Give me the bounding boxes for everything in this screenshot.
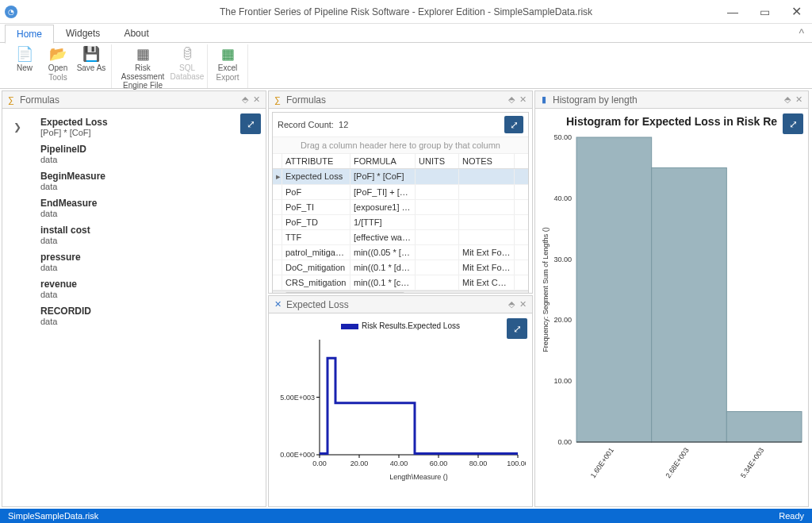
tree-item-revenue[interactable]: revenuedata [40, 279, 259, 299]
table-row[interactable]: DoC_mitigationmin((0.1 * [depth...Mit Ex… [273, 260, 528, 275]
grid-header-attribute[interactable]: ATTRIBUTE [282, 154, 350, 168]
formula-icon: ∑ [272, 94, 283, 106]
svg-text:5.00E+003: 5.00E+003 [280, 394, 315, 402]
minimize-button[interactable]: — [717, 0, 749, 24]
chart-expand-button[interactable]: ⤢ [507, 318, 527, 339]
line-chart: 0.00E+0005.00E+0030.0020.0040.0060.0080.… [272, 332, 526, 483]
svg-text:30.00: 30.00 [553, 256, 572, 263]
tab-widgets[interactable]: Widgets [54, 24, 112, 43]
svg-text:20.00: 20.00 [553, 316, 572, 324]
ribbon-excel-button[interactable]: ▦Excel [211, 44, 244, 73]
grid-header-row: ATTRIBUTE FORMULA UNITS NOTES [273, 154, 528, 169]
panel-pin-icon[interactable]: ⬘ [239, 94, 251, 105]
svg-text:Length\Measure (): Length\Measure () [389, 473, 448, 481]
svg-text:10.00: 10.00 [553, 377, 572, 385]
ribbon-save-as-button[interactable]: 💾Save As [75, 44, 108, 73]
statusbar-status: Ready [779, 511, 804, 521]
svg-rect-26 [576, 137, 652, 442]
table-row[interactable]: patrol_mitigationmin((0.05 * [patro...Mi… [273, 245, 528, 260]
grid-expand-button[interactable]: ⤢ [504, 116, 523, 133]
panel-pin-icon[interactable]: ⬘ [506, 299, 517, 310]
scroll-left-arrow[interactable]: ◄ [273, 291, 284, 293]
tab-about[interactable]: About [112, 24, 160, 43]
ribbon-risk-file-button[interactable]: ▦Risk Assessment Engine File [115, 44, 170, 90]
app-icon: ◔ [5, 6, 17, 18]
grid-icon: ▦ [134, 45, 151, 63]
ribbon-sql-button: 🛢SQL Database [170, 44, 204, 90]
expand-button[interactable]: ⤢ [240, 113, 261, 134]
panel-close-icon[interactable]: ✕ [517, 94, 529, 105]
grid-header-formula[interactable]: FORMULA [350, 154, 416, 168]
panel-header-histogram: ▮ Histogram by length ⬘ ✕ [535, 91, 808, 109]
ribbon-collapse-icon[interactable]: ^ [799, 27, 804, 40]
maximize-button[interactable]: ▭ [749, 0, 780, 24]
tab-home[interactable]: Home [5, 25, 54, 44]
menu-tabs: Home Widgets About ^ [0, 24, 812, 43]
tree-item-recordid[interactable]: RECORDIDdata [40, 306, 259, 326]
tree-view: Expected Loss[PoF] * [CoF] PipelineIDdat… [6, 112, 262, 337]
svg-text:20.00: 20.00 [350, 460, 369, 467]
panel-header-formulas-left: ∑ Formulas ⬘ ✕ [2, 91, 266, 109]
histogram-chart: 0.0010.0020.0030.0040.0050.00Frequency: … [538, 133, 805, 490]
svg-text:5.34E+003: 5.34E+003 [739, 446, 765, 479]
titlebar: ◔ The Frontier Series of Pipeline Risk S… [0, 0, 812, 24]
ribbon-new-button[interactable]: 📄New [8, 44, 41, 73]
svg-text:50.00: 50.00 [553, 133, 572, 141]
close-button[interactable]: ✕ [780, 0, 812, 24]
tree-item-install-cost[interactable]: install costdata [40, 225, 259, 245]
save-icon: 💾 [82, 45, 100, 63]
svg-text:40.00: 40.00 [553, 194, 572, 202]
svg-text:0.00: 0.00 [312, 460, 327, 467]
svg-text:0.00E+000: 0.00E+000 [280, 451, 315, 459]
panel-pin-icon[interactable]: ⬘ [782, 94, 793, 105]
svg-text:80.00: 80.00 [469, 460, 488, 467]
panel-header-expected-loss: ✕ Expected Loss ⬘ ✕ [269, 296, 532, 313]
statusbar-file: SimpleSampleData.risk [8, 511, 98, 521]
grid-header-notes[interactable]: NOTES [459, 154, 515, 168]
ribbon-open-button[interactable]: 📂Open [41, 44, 75, 73]
grid-group-drop-area[interactable]: Drag a column header here to group by th… [273, 137, 528, 154]
table-row[interactable]: CRS_mitigationmin((0.1 * [coatin...Mit E… [273, 275, 528, 290]
grid-header-units[interactable]: UNITS [416, 154, 459, 168]
tree-collapse-icon[interactable]: ❯ [13, 121, 21, 133]
excel-icon: ▦ [219, 45, 236, 63]
ribbon: 📄New 📂Open 💾Save As Tools ▦Risk Assessme… [0, 43, 812, 89]
statusbar: SimpleSampleData.risk Ready [0, 509, 812, 523]
formula-icon: ∑ [6, 94, 17, 106]
svg-text:40.00: 40.00 [390, 460, 408, 467]
grid-horizontal-scrollbar[interactable]: ◄ ► [273, 290, 528, 293]
panel-close-icon[interactable]: ✕ [793, 94, 805, 105]
table-row[interactable]: PoF[PoF_TI] + [PoF_T... [273, 185, 528, 200]
table-row[interactable]: TTF[effective wall thi... [273, 230, 528, 245]
svg-text:Frequency: Segment Sum of Leng: Frequency: Segment Sum of Lengths () [542, 227, 550, 352]
ribbon-group-export-label: Export [216, 73, 239, 82]
open-folder-icon: 📂 [49, 45, 67, 63]
tree-item-pressure[interactable]: pressuredata [40, 252, 259, 272]
tree-item-beginmeasure[interactable]: BeginMeasuredata [40, 171, 259, 191]
svg-text:100.00: 100.00 [507, 460, 526, 467]
table-row[interactable]: PoF_TI[exposure1] * (1-[... [273, 200, 528, 215]
ribbon-group-tools-label: Tools [48, 73, 67, 82]
tree-item-pipelineid[interactable]: PipelineIDdata [40, 144, 259, 164]
scroll-thumb[interactable] [285, 292, 404, 293]
tree-item-endmeasure[interactable]: EndMeasuredata [40, 198, 259, 218]
svg-rect-28 [726, 412, 802, 442]
histogram-icon: ▮ [538, 94, 550, 106]
panel-close-icon[interactable]: ✕ [517, 299, 529, 310]
scroll-right-arrow[interactable]: ► [517, 291, 528, 293]
table-row[interactable]: PoF_TD1/[TTF] [273, 215, 528, 230]
panel-close-icon[interactable]: ✕ [251, 94, 262, 105]
titlebar-title: The Frontier Series of Pipeline Risk Sof… [220, 6, 592, 17]
database-icon: 🛢 [178, 45, 196, 63]
chart-icon: ✕ [272, 299, 283, 310]
histogram-title: Histogram for Expected Loss in Risk Re [538, 112, 805, 133]
chart-expand-button[interactable]: ⤢ [783, 113, 803, 134]
panel-pin-icon[interactable]: ⬘ [506, 94, 517, 105]
table-row[interactable]: ▸Expected Loss[PoF] * [CoF] [273, 169, 528, 185]
svg-text:1.60E+001: 1.60E+001 [589, 446, 615, 479]
tree-item-expected-loss[interactable]: Expected Loss[PoF] * [CoF] [40, 117, 259, 137]
new-file-icon: 📄 [16, 45, 33, 63]
svg-rect-27 [652, 167, 727, 442]
svg-text:2.68E+003: 2.68E+003 [664, 446, 690, 479]
svg-text:0.00: 0.00 [557, 438, 572, 446]
